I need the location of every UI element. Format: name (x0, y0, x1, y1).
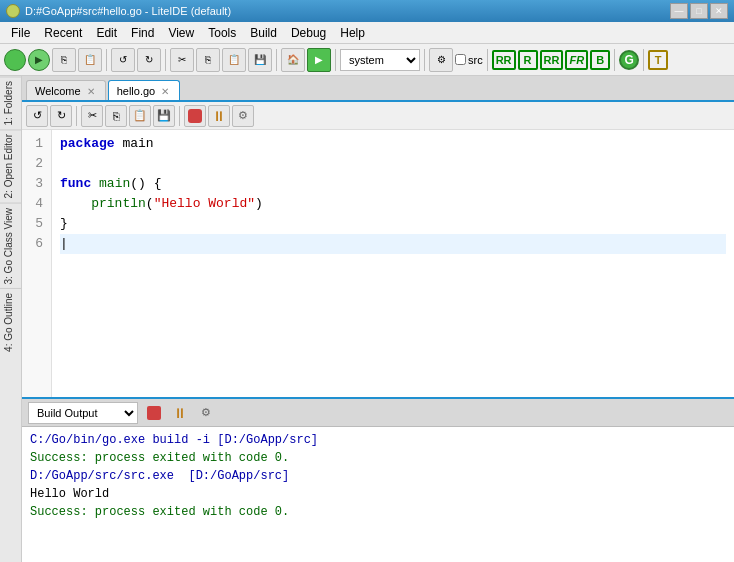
menu-item-help[interactable]: Help (333, 24, 372, 42)
build-home-button[interactable]: 🏠 (281, 48, 305, 72)
tab-welcome-label: Welcome (35, 85, 81, 97)
tab-welcome-close[interactable]: ✕ (85, 85, 97, 97)
sidebar-item-folders[interactable]: 1: Folders (0, 76, 21, 129)
menu-item-tools[interactable]: Tools (201, 24, 243, 42)
editor-undo-button[interactable]: ↺ (26, 105, 48, 127)
run-button[interactable] (4, 49, 26, 71)
code-line-3: func main() { (60, 174, 726, 194)
code-line-2 (60, 154, 726, 174)
side-panel: 1: Folders 2: Open Editor 3: Go Class Vi… (0, 76, 22, 562)
build-line-4: Hello World (30, 485, 726, 503)
line-numbers: 1 2 3 4 5 6 (22, 130, 52, 397)
paste2-button[interactable]: 📋 (222, 48, 246, 72)
code-line-6: | (60, 234, 726, 254)
tab-hello-go[interactable]: hello.go ✕ (108, 80, 181, 100)
menu-item-find[interactable]: Find (124, 24, 161, 42)
menu-item-build[interactable]: Build (243, 24, 284, 42)
tab-bar: Welcome ✕ hello.go ✕ (22, 76, 734, 102)
badge-r-button[interactable]: R (518, 50, 538, 70)
line-num-3: 3 (26, 174, 43, 194)
code-editor[interactable]: 1 2 3 4 5 6 package main func main() { p… (22, 130, 734, 397)
sep4 (335, 49, 336, 71)
editor-sep2 (179, 106, 180, 126)
badge-t-button[interactable]: T (648, 50, 668, 70)
src-checkbox[interactable] (455, 54, 466, 65)
code-area: 1 2 3 4 5 6 package main func main() { p… (22, 130, 734, 397)
editor-settings-button[interactable]: ⚙ (232, 105, 254, 127)
menu-item-debug[interactable]: Debug (284, 24, 333, 42)
copy-button[interactable]: ⎘ (52, 48, 76, 72)
titlebar: D:#GoApp#src#hello.go - LiteIDE (default… (0, 0, 734, 22)
badge-fr-button[interactable]: FR (565, 50, 588, 70)
app-icon (6, 4, 20, 18)
window-controls: — □ ✕ (670, 3, 728, 19)
build-line-2: Success: process exited with code 0. (30, 449, 726, 467)
minimize-button[interactable]: — (670, 3, 688, 19)
environment-select[interactable]: system (340, 49, 420, 71)
menubar: FileRecentEditFindViewToolsBuildDebugHel… (0, 22, 734, 44)
badge-rr-button[interactable]: RR (492, 50, 516, 70)
gear-button[interactable]: ⚙ (429, 48, 453, 72)
editor-pause-button[interactable]: ⏸ (208, 105, 230, 127)
tab-welcome[interactable]: Welcome ✕ (26, 80, 106, 100)
titlebar-left: D:#GoApp#src#hello.go - LiteIDE (default… (6, 4, 231, 18)
badge-rr2-button[interactable]: RR (540, 50, 564, 70)
menu-item-file[interactable]: File (4, 24, 37, 42)
line-num-4: 4 (26, 194, 43, 214)
window-title: D:#GoApp#src#hello.go - LiteIDE (default… (25, 5, 231, 17)
badge-green-button[interactable]: G (619, 50, 639, 70)
cut-button[interactable]: ✂ (170, 48, 194, 72)
sep2 (165, 49, 166, 71)
undo-button[interactable]: ↺ (111, 48, 135, 72)
close-button[interactable]: ✕ (710, 3, 728, 19)
sep8 (643, 49, 644, 71)
build-panel: Build Output ⏸ ⚙ C:/Go/bin/go.exe build … (22, 397, 734, 562)
sidebar-item-open-editor[interactable]: 2: Open Editor (0, 129, 21, 202)
content-area: Welcome ✕ hello.go ✕ ↺ ↻ ✂ ⎘ 📋 💾 ⏸ ⚙ (22, 76, 734, 562)
sidebar-item-go-class[interactable]: 3: Go Class View (0, 203, 21, 289)
build-stop-button[interactable] (144, 403, 164, 423)
src-checkbox-group: src (455, 54, 483, 66)
editor-paste-button[interactable]: 📋 (129, 105, 151, 127)
build-output-select[interactable]: Build Output (28, 402, 138, 424)
save-button[interactable]: 💾 (248, 48, 272, 72)
editor-stop-button[interactable] (184, 105, 206, 127)
editor-redo-button[interactable]: ↻ (50, 105, 72, 127)
badge-b-button[interactable]: B (590, 50, 610, 70)
sep1 (106, 49, 107, 71)
build-settings-button[interactable]: ⚙ (196, 403, 216, 423)
run2-button[interactable]: ▶ (307, 48, 331, 72)
code-line-4: println("Hello World") (60, 194, 726, 214)
copy2-button[interactable]: ⎘ (196, 48, 220, 72)
main-area: 1: Folders 2: Open Editor 3: Go Class Vi… (0, 76, 734, 562)
editor-cut-button[interactable]: ✂ (81, 105, 103, 127)
build-pause-button[interactable]: ⏸ (170, 403, 190, 423)
sep5 (424, 49, 425, 71)
src-label: src (468, 54, 483, 66)
maximize-button[interactable]: □ (690, 3, 708, 19)
menu-item-view[interactable]: View (161, 24, 201, 42)
editor-save-button[interactable]: 💾 (153, 105, 175, 127)
menu-item-edit[interactable]: Edit (89, 24, 124, 42)
line-num-2: 2 (26, 154, 43, 174)
sidebar-item-go-outline[interactable]: 4: Go Outline (0, 288, 21, 356)
build-stop-icon (147, 406, 161, 420)
editor-sep1 (76, 106, 77, 126)
line-num-1: 1 (26, 134, 43, 154)
build-header: Build Output ⏸ ⚙ (22, 399, 734, 427)
code-line-5: } (60, 214, 726, 234)
line-num-6: 6 (26, 234, 43, 254)
code-lines: package main func main() { println("Hell… (52, 130, 734, 397)
paste-button[interactable]: 📋 (78, 48, 102, 72)
build-line-5: Success: process exited with code 0. (30, 503, 726, 521)
editor-copy-button[interactable]: ⎘ (105, 105, 127, 127)
main-toolbar: ▶ ⎘ 📋 ↺ ↻ ✂ ⎘ 📋 💾 🏠 ▶ system ⚙ src RR R … (0, 44, 734, 76)
sep7 (614, 49, 615, 71)
menu-item-recent[interactable]: Recent (37, 24, 89, 42)
run-arrow-button[interactable]: ▶ (28, 49, 50, 71)
build-line-1: C:/Go/bin/go.exe build -i [D:/GoApp/src] (30, 431, 726, 449)
tab-hello-go-close[interactable]: ✕ (159, 85, 171, 97)
redo-button[interactable]: ↻ (137, 48, 161, 72)
line-num-5: 5 (26, 214, 43, 234)
tab-hello-go-label: hello.go (117, 85, 156, 97)
